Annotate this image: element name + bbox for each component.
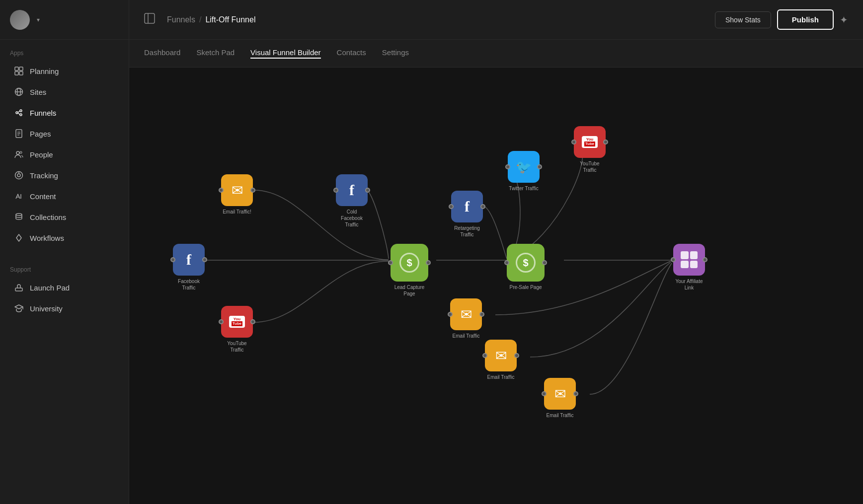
node-label: Email Traffic — [453, 333, 480, 339]
connector-right — [573, 391, 578, 396]
tabs-bar: Dashboard Sketch Pad Visual Funnel Build… — [129, 40, 863, 68]
tab-dashboard[interactable]: Dashboard — [144, 48, 180, 59]
dollar-circle-icon: $ — [399, 253, 419, 273]
sidebar-item-people[interactable]: People — [4, 144, 125, 164]
connector-right — [365, 188, 370, 193]
sidebar-item-planning[interactable]: Planning — [4, 61, 125, 81]
sidebar-item-collections[interactable]: Collections — [4, 207, 125, 227]
node-email-traffic-2[interactable]: ✉ Email Traffic — [450, 298, 482, 339]
svg-rect-22 — [15, 288, 22, 291]
node-youtube-traffic-1[interactable]: You Tube YouTubeTraffic — [221, 306, 253, 353]
svg-line-10 — [18, 111, 20, 113]
node-label: Lead Capture Page — [390, 284, 429, 297]
tab-contacts[interactable]: Contacts — [337, 48, 366, 59]
node-email-traffic-4[interactable]: ✉ Email Traffic — [544, 378, 576, 419]
sidebar-header: ▾ — [0, 0, 129, 40]
svg-rect-24 — [145, 13, 155, 23]
connector-right — [480, 204, 485, 209]
chevron-down-icon[interactable]: ▾ — [37, 16, 40, 23]
connector-left — [571, 140, 576, 144]
node-youtube-traffic-top[interactable]: You Tube YouTubeTraffic — [574, 126, 606, 173]
sidebar-item-funnels[interactable]: Funnels — [4, 103, 125, 123]
sidebar-item-label: University — [30, 304, 63, 313]
connector-left — [542, 391, 547, 396]
connector-right — [542, 260, 547, 265]
breadcrumb-parent[interactable]: Funnels — [167, 15, 195, 24]
node-label: RetargetingTraffic — [454, 225, 480, 238]
sidebar-item-workflows[interactable]: Workflows — [4, 228, 125, 248]
connector-left — [219, 188, 224, 193]
node-label: YouTubeTraffic — [580, 160, 599, 173]
tab-visual-funnel-builder[interactable]: Visual Funnel Builder — [250, 48, 320, 59]
university-icon — [14, 303, 24, 313]
node-label: Pre-Sale Page — [509, 284, 542, 290]
node-pre-sale[interactable]: $ Pre-Sale Page — [507, 244, 545, 290]
breadcrumb: Funnels / Lift-Off Funnel — [167, 15, 255, 24]
connector-right — [250, 319, 255, 324]
sparkle-icon[interactable]: ✦ — [840, 14, 848, 26]
connector-left — [219, 319, 224, 324]
node-email-traffic-1[interactable]: ✉ Email Traffic! — [221, 174, 253, 215]
breadcrumb-current: Lift-Off Funnel — [205, 15, 255, 24]
svg-point-8 — [20, 110, 22, 112]
node-lead-capture[interactable]: $ Lead Capture Page — [390, 244, 429, 297]
svg-rect-3 — [19, 72, 23, 75]
sidebar-item-label: Sites — [30, 88, 46, 96]
connector-left — [504, 260, 509, 265]
sidebar-item-label: Collections — [30, 213, 66, 221]
dollar-circle-icon: $ — [516, 253, 536, 273]
connector-right — [250, 188, 255, 193]
sidebar-item-pages[interactable]: Pages — [4, 124, 125, 144]
node-label: YouTubeTraffic — [227, 340, 246, 353]
content-icon — [14, 191, 24, 201]
tab-settings[interactable]: Settings — [382, 48, 409, 59]
node-label: Email Traffic — [547, 412, 574, 419]
node-retargeting[interactable]: f RetargetingTraffic — [451, 191, 483, 238]
node-label: ColdFacebookTraffic — [341, 209, 363, 228]
connector-right — [479, 312, 484, 317]
sidebar-item-launchpad[interactable]: Launch Pad — [4, 278, 125, 297]
svg-rect-0 — [15, 67, 18, 71]
avatar[interactable] — [10, 10, 30, 30]
svg-rect-1 — [19, 67, 23, 71]
svg-point-9 — [20, 114, 22, 116]
tab-sketch-pad[interactable]: Sketch Pad — [196, 48, 235, 59]
sidebar-item-content[interactable]: Content — [4, 186, 125, 206]
connector-right — [202, 257, 207, 262]
breadcrumb-separator: / — [199, 15, 201, 24]
collections-icon — [14, 212, 24, 222]
connector-left — [505, 164, 510, 169]
topbar: Funnels / Lift-Off Funnel Show Stats Pub… — [129, 0, 863, 40]
sidebar-item-university[interactable]: University — [4, 298, 125, 318]
support-section-label: Support — [0, 256, 129, 277]
publish-button[interactable]: Publish — [777, 9, 834, 30]
connector-left — [482, 353, 487, 358]
sidebar-item-label: Funnels — [30, 109, 56, 117]
main-area: Funnels / Lift-Off Funnel Show Stats Pub… — [129, 0, 863, 504]
svg-point-7 — [16, 112, 18, 114]
sidebar-toggle-icon[interactable] — [144, 13, 155, 26]
apps-section-label: Apps — [0, 40, 129, 61]
sidebar-item-label: Pages — [30, 130, 51, 138]
pages-icon — [14, 129, 24, 139]
planning-icon — [14, 66, 24, 76]
node-affiliate-link[interactable]: Your AffiliateLink — [673, 244, 705, 291]
sidebar-item-sites[interactable]: Sites — [4, 82, 125, 102]
node-label: Email Traffic! — [223, 209, 251, 215]
people-icon — [14, 149, 24, 159]
svg-point-17 — [20, 151, 22, 153]
show-stats-button[interactable]: Show Stats — [715, 11, 771, 28]
node-cold-facebook[interactable]: f ColdFacebookTraffic — [336, 174, 368, 228]
workflows-icon — [14, 233, 24, 243]
connector-right — [603, 140, 608, 144]
node-label: Email Traffic — [487, 374, 515, 380]
connector-right — [426, 260, 431, 265]
node-facebook-traffic[interactable]: f FacebookTraffic — [173, 244, 205, 291]
sidebar-item-tracking[interactable]: Tracking — [4, 165, 125, 185]
connector-right — [514, 353, 519, 358]
funnels-icon — [14, 108, 24, 118]
node-email-traffic-3[interactable]: ✉ Email Traffic — [485, 340, 517, 380]
node-twitter-traffic[interactable]: 🐦 Twitter Traffic — [508, 151, 540, 192]
node-label: Twitter Traffic — [509, 185, 538, 192]
sidebar-item-label: Launch Pad — [30, 284, 70, 292]
